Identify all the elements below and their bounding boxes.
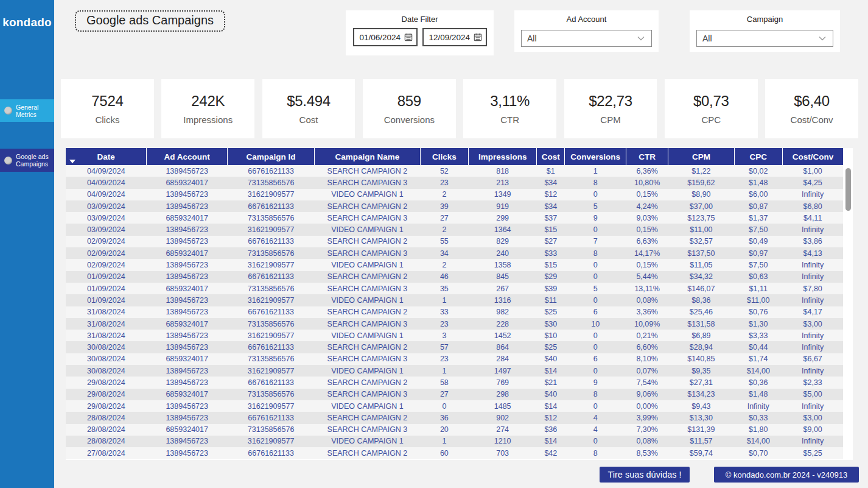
table-cell: $3,86 <box>782 236 843 247</box>
table-cell: $34 <box>537 200 565 212</box>
table-cell: 31621909577 <box>228 365 315 377</box>
scrollbar-thumb[interactable] <box>845 168 851 211</box>
table-cell: 8 <box>565 247 626 259</box>
table-cell: 1389456723 <box>147 306 228 318</box>
help-button[interactable]: Tire suas dúvidas ! <box>600 467 690 483</box>
table-row[interactable]: 30/08/2024685932401773135856576SEARCH CA… <box>66 353 843 365</box>
table-row[interactable]: 03/09/2024138945672366761621133SEARCH CA… <box>66 200 843 212</box>
table-cell: 228 <box>468 318 536 330</box>
table-cell: $0,02 <box>734 165 782 177</box>
table-row[interactable]: 04/09/2024138945672331621909577VIDEO CAM… <box>66 189 843 200</box>
table-cell: 0,15% <box>626 259 668 271</box>
sidebar-item-general-metrics[interactable]: General Metrics <box>0 99 54 122</box>
table-row[interactable]: 29/08/2024685932401773135856576SEARCH CA… <box>66 389 843 400</box>
table-cell: 0 <box>565 341 626 353</box>
ad-account-dropdown[interactable]: All <box>521 30 652 47</box>
table-row[interactable]: 02/09/2024138945672366761621133SEARCH CA… <box>66 236 843 247</box>
column-header-campaign-name[interactable]: Campaign Name <box>315 148 421 165</box>
table-row[interactable]: 02/09/2024685932401773135856576SEARCH CA… <box>66 247 843 259</box>
table-cell: 28/08/2024 <box>66 412 147 423</box>
table-row[interactable]: 30/08/2024138945672366761621133SEARCH CA… <box>66 341 843 353</box>
table-row[interactable]: 01/09/2024138945672366761621133SEARCH CA… <box>66 271 843 283</box>
table-row[interactable]: 01/09/2024138945672331621909577VIDEO CAM… <box>66 294 843 306</box>
table-row[interactable]: 28/08/2024138945672366761621133SEARCH CA… <box>66 412 843 423</box>
kpi-label: Conversions <box>384 115 435 125</box>
table-row[interactable]: 29/08/2024138945672366761621133SEARCH CA… <box>66 377 843 388</box>
table-cell: SEARCH CAMPAIGN 2 <box>315 165 421 177</box>
table-cell: 31/08/2024 <box>66 330 147 341</box>
kondado-logo: kondado <box>0 16 54 29</box>
column-header-cost[interactable]: Cost <box>537 148 565 165</box>
table-cell: 6859324017 <box>147 353 228 365</box>
table-cell: 23 <box>420 353 468 365</box>
table-cell: 73135856576 <box>228 424 315 436</box>
date-start-input[interactable]: 01/06/2024 <box>353 28 418 46</box>
table-cell: $140,85 <box>668 353 735 365</box>
table-cell: 1210 <box>468 436 536 447</box>
table-cell: 9 <box>565 212 626 224</box>
table-cell: 73135856576 <box>228 353 315 365</box>
table-cell: 7,54% <box>626 377 668 388</box>
table-cell: 28/08/2024 <box>66 424 147 436</box>
table-cell: $1,00 <box>782 165 843 177</box>
table-cell: 31621909577 <box>228 294 315 306</box>
column-header-conversions[interactable]: Conversions <box>565 148 626 165</box>
column-header-campaign-id[interactable]: Campaign Id <box>228 148 315 165</box>
table-cell: 31621909577 <box>228 224 315 235</box>
table-cell: 04/09/2024 <box>66 165 147 177</box>
table-row[interactable]: 01/09/2024685932401773135856576SEARCH CA… <box>66 283 843 294</box>
table-cell: Infinity <box>782 259 843 271</box>
table-row[interactable]: 28/08/2024138945672331621909577VIDEO CAM… <box>66 436 843 447</box>
column-header-cpm[interactable]: CPM <box>668 148 735 165</box>
table-cell: $30 <box>537 318 565 330</box>
date-end-input[interactable]: 12/09/2024 <box>422 28 487 46</box>
campaign-dropdown[interactable]: All <box>696 30 833 47</box>
table-cell: 6 <box>565 353 626 365</box>
kpi-card-ctr: 3,11% CTR <box>463 79 556 138</box>
column-header-cost-conv[interactable]: Cost/Conv <box>782 148 843 165</box>
table-cell: 902 <box>468 412 536 423</box>
column-header-date[interactable]: Date <box>66 148 147 165</box>
table-row[interactable]: 29/08/2024138945672331621909577VIDEO CAM… <box>66 400 843 412</box>
table-cell: 6 <box>565 306 626 318</box>
table-row[interactable]: 31/08/2024685932401773135856576SEARCH CA… <box>66 318 843 330</box>
table-row[interactable]: 31/08/2024138945672331621909577VIDEO CAM… <box>66 330 843 341</box>
table-row[interactable]: 31/08/2024138945672366761621133SEARCH CA… <box>66 306 843 318</box>
table-row[interactable]: 04/09/2024138945672366761621133SEARCH CA… <box>66 165 843 177</box>
table-row[interactable]: 03/09/2024685932401773135856576SEARCH CA… <box>66 212 843 224</box>
table-cell: 1389456723 <box>147 224 228 235</box>
table-cell: 1389456723 <box>147 377 228 388</box>
table-cell: $34,32 <box>668 271 735 283</box>
table-cell: 1485 <box>468 400 536 412</box>
table-row[interactable]: 30/08/2024138945672331621909577VIDEO CAM… <box>66 365 843 377</box>
kpi-value: 859 <box>397 93 421 110</box>
table-cell: $40 <box>537 389 565 400</box>
table-cell: 3,99% <box>626 412 668 423</box>
column-header-impressions[interactable]: Impressions <box>468 148 536 165</box>
table-cell: 14,17% <box>626 247 668 259</box>
table-row[interactable]: 02/09/2024138945672331621909577VIDEO CAM… <box>66 259 843 271</box>
table-cell: 267 <box>468 283 536 294</box>
table-cell: Infinity <box>782 365 843 377</box>
table-cell: $1,30 <box>734 318 782 330</box>
table-row[interactable]: 28/08/2024685932401773135856576SEARCH CA… <box>66 424 843 436</box>
table-cell: $9,35 <box>668 365 735 377</box>
table-cell: $3,33 <box>734 330 782 341</box>
table-cell: 6859324017 <box>147 247 228 259</box>
table-cell: 4 <box>565 424 626 436</box>
table-cell: 5,44% <box>626 271 668 283</box>
table-cell: 2 <box>420 259 468 271</box>
table-row[interactable]: 03/09/2024138945672331621909577VIDEO CAM… <box>66 224 843 235</box>
table-cell: 845 <box>468 271 536 283</box>
column-header-ctr[interactable]: CTR <box>626 148 668 165</box>
copyright-button[interactable]: © kondado.com.br 2024 - v240913 <box>714 467 859 483</box>
sidebar-item-google-ads-campaigns[interactable]: Google ads Campaigns <box>0 149 54 172</box>
table-cell: 2 <box>420 189 468 200</box>
column-header-ad-account[interactable]: Ad Account <box>147 148 228 165</box>
column-header-clicks[interactable]: Clicks <box>420 148 468 165</box>
table-row[interactable]: 04/09/2024685932401773135856576SEARCH CA… <box>66 177 843 188</box>
kpi-label: CTR <box>500 115 519 125</box>
table-row[interactable]: 27/08/2024138945672366761621133SEARCH CA… <box>66 447 843 459</box>
table-cell: 818 <box>468 165 536 177</box>
column-header-cpc[interactable]: CPC <box>734 148 782 165</box>
